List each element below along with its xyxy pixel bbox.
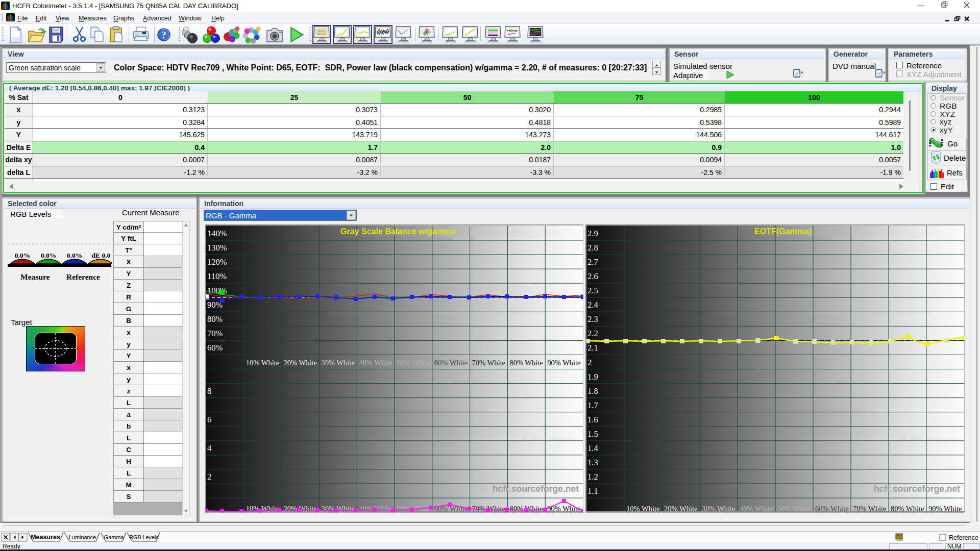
svg-text:120%: 120% xyxy=(207,257,227,267)
svg-text:50% White: 50% White xyxy=(777,505,811,513)
svg-text:40% White: 40% White xyxy=(359,359,392,367)
svg-text:4: 4 xyxy=(207,443,211,453)
svg-text:40% White: 40% White xyxy=(740,505,773,513)
svg-text:20% White: 20% White xyxy=(284,359,317,367)
svg-text:90% White: 90% White xyxy=(547,505,580,513)
svg-text:130%: 130% xyxy=(207,243,227,253)
svg-text:Reference: Reference xyxy=(949,534,978,541)
svg-text:1.8: 1.8 xyxy=(587,386,598,396)
svg-text:1.2: 1.2 xyxy=(587,472,598,482)
svg-text:10% White: 10% White xyxy=(246,359,279,367)
svg-text:6: 6 xyxy=(207,415,211,424)
svg-text:30% White: 30% White xyxy=(321,359,354,367)
svg-text:EOTF(Gamma): EOTF(Gamma) xyxy=(754,227,812,236)
svg-text:Measures: Measures xyxy=(31,534,60,541)
svg-text:80% White: 80% White xyxy=(509,359,543,367)
svg-text:1.5: 1.5 xyxy=(587,429,598,439)
svg-text:60% White: 60% White xyxy=(815,505,848,513)
svg-text:30% White: 30% White xyxy=(702,505,735,513)
svg-text:140%: 140% xyxy=(207,229,227,238)
svg-text:Gamma: Gamma xyxy=(104,534,124,540)
svg-text:2: 2 xyxy=(207,472,211,482)
svg-text:110%: 110% xyxy=(207,271,227,281)
svg-text:90% White: 90% White xyxy=(928,505,962,513)
svg-text:60%: 60% xyxy=(207,343,223,353)
svg-text:1.3: 1.3 xyxy=(587,458,598,467)
svg-text:1.6: 1.6 xyxy=(587,415,598,424)
svg-text:2.2: 2.2 xyxy=(587,329,598,338)
svg-text:2.6: 2.6 xyxy=(587,271,598,281)
svg-text:1.4: 1.4 xyxy=(587,443,598,453)
svg-text:2.1: 2.1 xyxy=(587,343,598,353)
svg-text:2: 2 xyxy=(587,358,592,367)
svg-text:80% White: 80% White xyxy=(891,505,924,513)
svg-text:2.4: 2.4 xyxy=(587,300,598,310)
svg-text:RGB Levels: RGB Levels xyxy=(129,534,159,540)
svg-text:70% White: 70% White xyxy=(853,505,886,513)
svg-text:2.3: 2.3 xyxy=(587,314,598,324)
svg-text:Gray Scale Balance w/gamma: Gray Scale Balance w/gamma xyxy=(340,227,456,236)
svg-text:hcfr.sourceforge.net: hcfr.sourceforge.net xyxy=(493,484,579,494)
svg-text:hcfr.sourceforge.net: hcfr.sourceforge.net xyxy=(874,484,960,494)
svg-text:2.7: 2.7 xyxy=(587,257,598,267)
svg-text:50% White: 50% White xyxy=(397,359,430,367)
svg-text:80%: 80% xyxy=(207,314,223,324)
svg-text:1.7: 1.7 xyxy=(587,400,598,410)
svg-text:2.9: 2.9 xyxy=(587,229,598,238)
svg-text:20% White: 20% White xyxy=(664,505,697,513)
svg-text:70%: 70% xyxy=(207,329,223,338)
svg-text:90% White: 90% White xyxy=(547,359,580,367)
svg-text:70% White: 70% White xyxy=(472,359,505,367)
svg-text:60% White: 60% White xyxy=(434,359,468,367)
svg-text:2.8: 2.8 xyxy=(587,243,598,253)
svg-text:Luminance: Luminance xyxy=(69,534,96,540)
svg-text:10% White: 10% White xyxy=(626,505,659,513)
svg-text:2.5: 2.5 xyxy=(587,286,598,295)
svg-text:1.9: 1.9 xyxy=(587,372,598,382)
svg-text:1.1: 1.1 xyxy=(587,486,598,496)
svg-text:8: 8 xyxy=(207,386,211,396)
